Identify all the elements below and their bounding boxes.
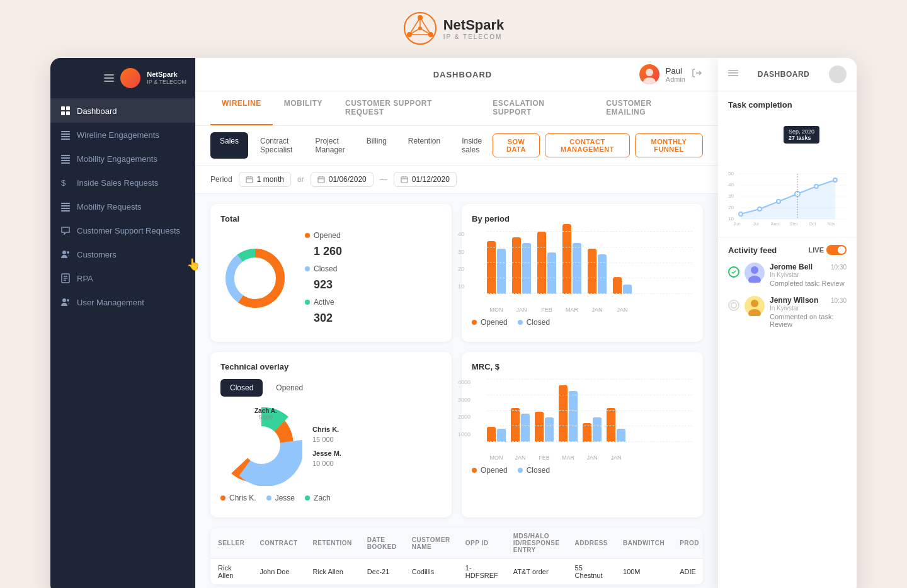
- table: SELLER CONTRACT RETENTION DATE BOOKED CU…: [210, 528, 703, 585]
- activity-name-0: Jerome Bell: [770, 263, 813, 271]
- x-label-jan2: JAN: [588, 307, 607, 313]
- sidebar-item-customers[interactable]: Customers 👆: [50, 242, 195, 266]
- live-toggle[interactable]: [826, 245, 847, 255]
- logout-icon[interactable]: [692, 67, 703, 81]
- opened-dot: [305, 233, 310, 238]
- svg-rect-18: [61, 139, 70, 140]
- mrc-bar-jan3-o: [607, 408, 615, 442]
- activity-time-0: 10:30: [831, 264, 847, 271]
- td-opp: 1-HDFSREF: [458, 559, 506, 585]
- tab-escalation[interactable]: ESCALATION SUPPORT: [481, 91, 595, 125]
- th-bandwidth: BANDWITCH: [615, 528, 672, 559]
- svg-point-58: [834, 68, 841, 76]
- logo-text: NetSpark IP & TELECOM: [443, 17, 505, 40]
- mrc-x-jan3: JAN: [607, 455, 625, 461]
- sow-data-button[interactable]: SOW DATA: [493, 133, 540, 157]
- mrc-bar-mon-c: [497, 429, 506, 442]
- sidebar-item-mobility-requests[interactable]: Mobility Requests: [50, 195, 195, 218]
- period-row: Period 1 month or 01/06/2020 — 01/12/202…: [195, 166, 718, 194]
- mrc-bar-jan3-c: [617, 429, 625, 442]
- panel-hamburger[interactable]: [728, 68, 738, 81]
- period-label: Period: [210, 175, 232, 184]
- tooltip-month: Sep, 2020: [789, 128, 814, 135]
- sub-tab-sales[interactable]: Sales: [210, 132, 248, 159]
- sidebar-item-mobility-eng[interactable]: Mobility Engagements: [50, 147, 195, 171]
- sidebar-item-user-management[interactable]: User Management: [50, 290, 195, 314]
- sub-tab-project[interactable]: Project Manager: [305, 132, 354, 159]
- th-seller: SELLER: [210, 528, 252, 559]
- active-value: 302: [314, 312, 342, 325]
- svg-text:Sep: Sep: [790, 222, 798, 225]
- period-dash: —: [380, 175, 387, 184]
- activity-avatar-0: [744, 263, 765, 283]
- table-row: Rick Allen John Doe Rick Allen Dec-21 Co…: [210, 559, 703, 585]
- overlay-tab-opened[interactable]: Opened: [266, 379, 312, 397]
- donut-legend: Opened 1 260 Closed 923 Active 302: [305, 231, 342, 325]
- mrc-bar-feb-o: [535, 412, 544, 442]
- technical-overlay-chart: Technical overlay Closed Opened: [210, 352, 452, 517]
- th-contract: CONTRACT: [252, 528, 305, 559]
- opened-period-label: Opened: [481, 318, 508, 327]
- sidebar-item-customer-support[interactable]: Customer Support Requests: [50, 218, 195, 242]
- period-preset-value: 1 month: [257, 175, 284, 184]
- tab-wireline[interactable]: WIRELINE: [210, 91, 273, 125]
- sidebar-item-wireline[interactable]: Wireline Engagements: [50, 123, 195, 147]
- activity-section: Activity feed LIVE Jerome Bell 10:30: [718, 237, 857, 588]
- bar-group-jan2: [588, 249, 607, 294]
- period-start[interactable]: 01/06/2020: [311, 172, 374, 187]
- live-label: LIVE: [809, 246, 824, 254]
- svg-point-28: [62, 251, 66, 254]
- sub-tab-retention[interactable]: Retention: [399, 132, 450, 159]
- th-retention: RETENTION: [305, 528, 360, 559]
- jesse-value: 10 000: [312, 460, 341, 467]
- activity-desc-1: Commented on task: Review: [770, 313, 847, 328]
- sidebar-item-inside-sales[interactable]: $ Inside Sales Requests: [50, 171, 195, 195]
- activity-content-0: Jerome Bell 10:30 In Kyivstar Completed …: [770, 263, 847, 287]
- tabs-row: WIRELINE MOBILITY CUSTOMER SUPPORT REQUE…: [210, 91, 703, 125]
- mrc-chart: MRC, $ 4000300020001000: [462, 352, 703, 517]
- bar-mon-closed: [497, 249, 506, 294]
- tab-emailing[interactable]: CUSTOMER EMAILING: [595, 91, 703, 125]
- tab-mobility[interactable]: MOBILITY: [273, 91, 334, 125]
- closed-period-label: Closed: [527, 318, 550, 327]
- jesse-name: Jesse M.: [312, 449, 341, 457]
- overlay-pie: Zach A. 5 000: [220, 404, 302, 489]
- sub-tabs: Sales Contract Specialist Project Manage…: [210, 132, 493, 159]
- table-body: Rick Allen John Doe Rick Allen Dec-21 Co…: [210, 559, 703, 585]
- mrc-bar-jan1-o: [511, 408, 520, 442]
- tooltip-box: Sep, 2020 27 tasks: [784, 126, 819, 144]
- th-prod: PROD: [672, 528, 703, 559]
- task-completion-section: Task completion 50 40 30 20 10: [718, 91, 857, 237]
- overlay-tab-closed[interactable]: Closed: [220, 379, 263, 397]
- top-header: NetSpark IP & TELECOM: [0, 0, 907, 52]
- bar-jan3-opened: [613, 277, 622, 294]
- monthly-funnel-button[interactable]: MONTHLY FUNNEL: [635, 133, 703, 157]
- bar-feb-opened: [537, 232, 546, 294]
- svg-text:$: $: [61, 178, 66, 188]
- by-period-chart: By period 40302010: [462, 204, 703, 342]
- sub-tab-billing[interactable]: Billing: [357, 132, 396, 159]
- page-title: DASHBOARD: [286, 70, 639, 79]
- tab-customer-support[interactable]: CUSTOMER SUPPORT REQUEST: [334, 91, 481, 125]
- svg-point-29: [67, 251, 69, 254]
- activity-header: Activity feed LIVE: [728, 245, 847, 255]
- contact-management-button[interactable]: CONTACT MANAGEMENT: [545, 133, 630, 157]
- task-chart-wrapper: 50 40 30 20 10: [728, 116, 847, 228]
- chris-value: 15 000: [312, 436, 341, 443]
- sidebar-item-dashboard[interactable]: Dashboard: [50, 99, 195, 123]
- action-buttons: SOW DATA CONTACT MANAGEMENT MONTHLY FUNN…: [493, 133, 703, 157]
- chris-legend-label: Chris K.: [229, 494, 256, 502]
- hamburger-icon[interactable]: [104, 74, 114, 82]
- zach-name: Zach A.: [254, 407, 277, 414]
- sub-tab-inside[interactable]: Inside sales: [452, 132, 493, 159]
- svg-text:Nov: Nov: [828, 222, 836, 225]
- closed-period-dot: [518, 320, 523, 325]
- sub-tab-contract[interactable]: Contract Specialist: [251, 132, 303, 159]
- td-bandwidth: 100M: [615, 559, 672, 585]
- period-preset[interactable]: 1 month: [239, 172, 291, 187]
- sidebar-item-rpa[interactable]: RPA: [50, 266, 195, 290]
- live-badge: LIVE: [809, 245, 847, 255]
- th-opp: OPP ID: [458, 528, 506, 559]
- period-end[interactable]: 01/12/2020: [394, 172, 457, 187]
- dashboard-body: Total Opened: [195, 194, 718, 588]
